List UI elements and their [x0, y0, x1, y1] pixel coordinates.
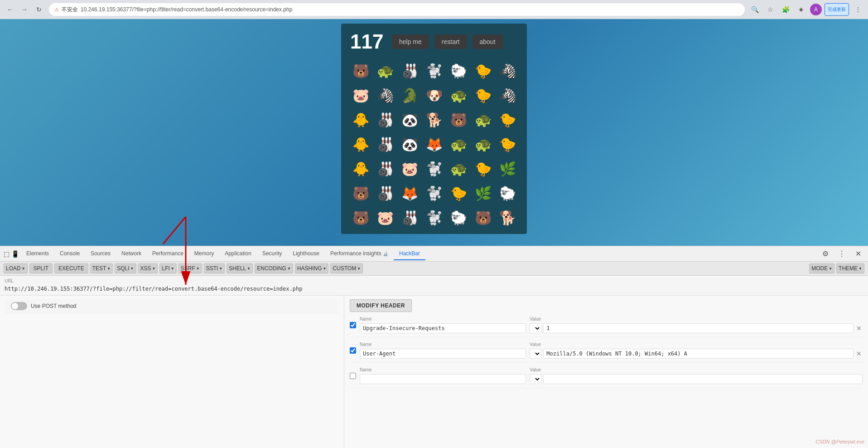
- header-1-name-input[interactable]: [360, 323, 526, 333]
- animal-cell[interactable]: 🐩: [422, 181, 446, 205]
- sqli-button[interactable]: SQLI ▼: [115, 263, 136, 273]
- ssrf-button[interactable]: SSRF ▼: [178, 263, 202, 273]
- xss-button[interactable]: XSS ▼: [138, 263, 158, 273]
- shell-button[interactable]: SHELL ▼: [227, 263, 253, 273]
- test-button[interactable]: TEST ▼: [90, 263, 113, 273]
- animal-cell[interactable]: 🎳: [398, 59, 421, 83]
- animal-cell[interactable]: 🌿: [496, 157, 519, 180]
- update-button[interactable]: 完成更新: [825, 3, 849, 16]
- header-2-value-select[interactable]: [530, 349, 541, 359]
- animal-cell[interactable]: 🐑: [447, 206, 470, 229]
- animal-cell[interactable]: 🐤: [471, 83, 495, 107]
- url-input[interactable]: [5, 286, 863, 292]
- animal-cell[interactable]: 🐑: [496, 181, 519, 205]
- animal-cell[interactable]: 🐼: [398, 132, 421, 156]
- animal-cell[interactable]: 🐤: [496, 108, 519, 131]
- animal-cell[interactable]: 🐼: [398, 108, 421, 131]
- inspect-icon[interactable]: ⬚: [4, 250, 10, 258]
- header-2-name-input[interactable]: [360, 349, 526, 359]
- device-icon[interactable]: 📱: [11, 250, 19, 258]
- devtools-close-button[interactable]: ✕: [852, 248, 864, 260]
- animal-cell[interactable]: 🐩: [422, 157, 446, 180]
- animal-cell[interactable]: 🐕: [422, 108, 446, 131]
- back-button[interactable]: ←: [4, 3, 16, 16]
- animal-cell[interactable]: 🦓: [496, 83, 519, 107]
- animal-cell[interactable]: 🌿: [471, 181, 495, 205]
- devtools-settings-button[interactable]: ⚙: [819, 248, 832, 260]
- animal-cell[interactable]: 🎳: [398, 206, 421, 229]
- bookmark-star-button[interactable]: ☆: [764, 3, 776, 16]
- header-3-checkbox[interactable]: [350, 373, 356, 379]
- execute-button[interactable]: EXECUTE: [54, 263, 88, 273]
- animal-cell[interactable]: 🐩: [422, 59, 446, 83]
- mode-button[interactable]: MODE ▼: [809, 263, 834, 273]
- header-3-name-input[interactable]: [360, 374, 526, 384]
- animal-cell[interactable]: 🐤: [447, 181, 470, 205]
- animal-cell[interactable]: 🐶: [422, 83, 446, 107]
- hashing-button[interactable]: HASHING ▼: [295, 263, 329, 273]
- animal-cell[interactable]: 🦊: [422, 132, 446, 156]
- animal-cell[interactable]: 🐑: [447, 59, 470, 83]
- custom-button[interactable]: CUSTOM ▼: [330, 263, 363, 273]
- animal-cell[interactable]: 🐊: [398, 83, 421, 107]
- tab-performance-insights[interactable]: Performance insights 🔬: [325, 248, 394, 260]
- animal-cell[interactable]: 🐥: [349, 157, 372, 180]
- load-button[interactable]: LOAD ▼: [4, 263, 28, 273]
- encoding-button[interactable]: ENCODING ▼: [255, 263, 293, 273]
- animal-cell[interactable]: 🦓: [496, 59, 519, 83]
- restart-button[interactable]: restart: [434, 34, 467, 49]
- animal-cell[interactable]: 🐢: [447, 157, 470, 180]
- header-2-checkbox[interactable]: [350, 347, 356, 354]
- animal-cell[interactable]: 🐷: [349, 83, 372, 107]
- tab-security[interactable]: Security: [257, 248, 287, 260]
- header-1-delete-button[interactable]: ✕: [855, 324, 863, 333]
- animal-cell[interactable]: 🎳: [373, 181, 397, 205]
- animal-cell[interactable]: 🐤: [471, 59, 495, 83]
- animal-cell[interactable]: 🐤: [496, 132, 519, 156]
- help-button[interactable]: help me: [392, 34, 429, 49]
- header-2-delete-button[interactable]: ✕: [855, 349, 863, 358]
- tab-memory[interactable]: Memory: [189, 248, 219, 260]
- animal-cell[interactable]: 🐕: [496, 206, 519, 229]
- animal-cell[interactable]: 🐢: [373, 59, 397, 83]
- lfi-button[interactable]: LFI ▼: [159, 263, 176, 273]
- tab-sources[interactable]: Sources: [85, 248, 116, 260]
- tab-elements[interactable]: Elements: [21, 248, 54, 260]
- header-1-value-select[interactable]: [530, 323, 541, 333]
- devtools-more-button[interactable]: ⋮: [835, 248, 848, 260]
- forward-button[interactable]: →: [18, 3, 31, 16]
- extensions-button[interactable]: 🧩: [779, 3, 792, 16]
- tab-console[interactable]: Console: [54, 248, 85, 260]
- user-avatar[interactable]: A: [810, 4, 822, 15]
- favorites-button[interactable]: ★: [795, 3, 807, 16]
- tab-network[interactable]: Network: [116, 248, 147, 260]
- tab-hackbar[interactable]: HackBar: [394, 248, 425, 260]
- animal-cell[interactable]: 🐢: [471, 108, 495, 131]
- animal-cell[interactable]: 🦊: [398, 181, 421, 205]
- about-button[interactable]: about: [473, 34, 503, 49]
- header-1-checkbox[interactable]: [350, 322, 356, 328]
- animal-cell[interactable]: 🎳: [373, 108, 397, 131]
- animal-cell[interactable]: 🐢: [447, 132, 470, 156]
- header-3-value-input[interactable]: [543, 374, 863, 384]
- split-button[interactable]: SPLIT: [29, 263, 53, 273]
- animal-cell[interactable]: 🐢: [471, 132, 495, 156]
- refresh-button[interactable]: ↻: [33, 3, 45, 16]
- tab-application[interactable]: Application: [219, 248, 257, 260]
- animal-cell[interactable]: 🐻: [349, 59, 372, 83]
- animal-cell[interactable]: 🎳: [373, 157, 397, 180]
- zoom-button[interactable]: 🔍: [748, 3, 761, 16]
- animal-cell[interactable]: 🐻: [349, 181, 372, 205]
- animal-cell[interactable]: 🐥: [349, 132, 372, 156]
- animal-cell[interactable]: 🦓: [373, 83, 397, 107]
- modify-header-button[interactable]: MODIFY HEADER: [350, 299, 412, 312]
- animal-cell[interactable]: 🐢: [447, 83, 470, 107]
- animal-cell[interactable]: 🐤: [471, 157, 495, 180]
- animal-cell[interactable]: 🎳: [373, 132, 397, 156]
- animal-cell[interactable]: 🐻: [471, 206, 495, 229]
- animal-cell[interactable]: 🐷: [398, 157, 421, 180]
- tab-performance[interactable]: Performance: [147, 248, 189, 260]
- theme-button[interactable]: THEME ▼: [836, 263, 864, 273]
- ssti-button[interactable]: SSTI ▼: [204, 263, 225, 273]
- animal-cell[interactable]: 🐥: [349, 108, 372, 131]
